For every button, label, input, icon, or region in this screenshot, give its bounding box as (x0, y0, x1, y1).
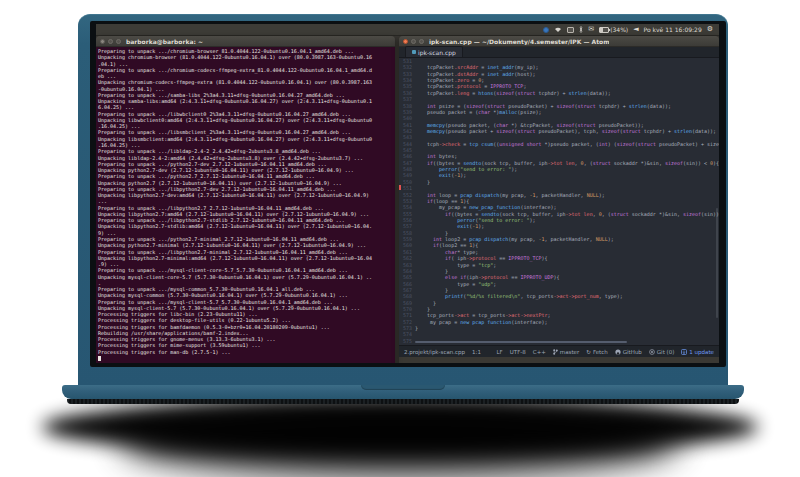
maximize-icon[interactable] (116, 39, 121, 44)
terminal-window: barborka@barborka: ~ Preparing to unpack… (96, 36, 395, 363)
status-fetch[interactable]: ↻ Fetch (586, 349, 608, 355)
top-panel: ✉ (34%) ◄ Po kvě 11 16:09:29 ⚙ (96, 24, 719, 36)
laptop-base-vents (67, 399, 739, 404)
terminal-titlebar[interactable]: barborka@barborka: ~ (96, 36, 395, 47)
terminal-title: barborka@barborka: ~ (126, 38, 203, 45)
cpp-file-icon (412, 50, 416, 54)
status-cursor-position[interactable]: 1:1 (472, 349, 481, 355)
atom-window: ipk-scan.cpp — ~/Dokumenty/4.semester/IP… (399, 36, 719, 363)
status-file-path: 2.projekt/ipk-scan.cpp (404, 349, 465, 355)
close-icon[interactable] (100, 39, 105, 44)
status-encoding[interactable]: UTF-8 (510, 349, 526, 355)
horizontal-scrollbar[interactable] (415, 341, 627, 343)
atom-status-bar: 2.projekt/ipk-scan.cpp 1:1 LF UTF-8 C++ … (399, 345, 719, 357)
mail-icon[interactable]: ✉ (588, 26, 594, 33)
minimize-icon[interactable] (411, 39, 416, 44)
session-gear-icon[interactable]: ⚙ (707, 26, 713, 33)
sync-icon: ↻ (586, 349, 591, 355)
wifi-icon[interactable] (554, 26, 562, 33)
terminal-cursor-line (98, 355, 393, 361)
terminal-line: Unpacking libpython2.7-minimal:amd64 (2.… (98, 255, 393, 261)
gutter-marker (399, 185, 401, 190)
terminal-line: Unpacking chromium-browser (81.0.4044.12… (98, 54, 393, 60)
code-editor[interactable]: 531532 tcpPacket.srcAddr = inet_addr(my_… (399, 58, 719, 345)
terminal-line: Unpacking libsmbclient:amd64 (2:4.3.11+d… (98, 136, 393, 142)
terminal-line: Unpacking mysql-client-core-5.7 (5.7.30-… (98, 274, 393, 280)
tab-label: ipk-scan.cpp (418, 49, 456, 56)
package-icon (681, 349, 687, 355)
github-icon (615, 349, 621, 355)
ubuntu-desktop: ✉ (34%) ◄ Po kvě 11 16:09:29 ⚙ barborka@… (96, 24, 719, 363)
line-number: 575 (399, 338, 415, 344)
status-github[interactable]: GitHub (615, 349, 642, 355)
bluetooth-icon[interactable] (579, 26, 583, 33)
close-icon[interactable] (403, 39, 408, 44)
clock[interactable]: Po kvě 11 16:09:29 (644, 27, 702, 33)
battery-icon[interactable]: (34%) (599, 27, 628, 33)
git-icon (649, 349, 655, 355)
keyboard-icon[interactable] (567, 27, 574, 33)
laptop-base-notch (361, 385, 445, 390)
terminal-cursor (98, 356, 101, 361)
status-line-ending[interactable]: LF (497, 349, 503, 355)
status-git[interactable]: Git (0) (649, 349, 675, 355)
maximize-icon[interactable] (419, 39, 424, 44)
status-grammar[interactable]: C++ (533, 349, 546, 355)
laptop-mockup: ✉ (34%) ◄ Po kvě 11 16:09:29 ⚙ barborka@… (0, 0, 800, 477)
tab-ipk-scan[interactable]: ipk-scan.cpp (405, 46, 463, 57)
vertical-scrollbar[interactable] (716, 208, 718, 318)
input-indicator-icon[interactable] (543, 27, 549, 33)
terminal-line: Preparing to unpack .../chromium-codecs-… (98, 67, 393, 73)
terminal-line: Unpacking chromium-codecs-ffmpeg-extra (… (98, 79, 393, 85)
atom-tab-bar: ipk-scan.cpp (399, 47, 719, 58)
terminal-line: Preparing to unpack .../libwbclient0_2%3… (98, 111, 393, 117)
terminal-line: Unpacking libpython2.7-dev:amd64 (2.7.12… (98, 192, 393, 198)
terminal-line: Unpacking python2.7-minimal (2.7.12-1ubu… (98, 242, 393, 248)
volume-icon[interactable]: ◄ (633, 26, 638, 33)
terminal-line: Unpacking samba-libs:amd64 (2:4.3.11+dfs… (98, 98, 393, 104)
battery-percent: (34%) (610, 27, 628, 33)
minimize-icon[interactable] (108, 39, 113, 44)
terminal-line: Unpacking libwbclient0:amd64 (2:4.3.11+d… (98, 117, 393, 123)
status-git-branch[interactable]: master (553, 349, 579, 355)
terminal-output[interactable]: Preparing to unpack .../chromium-browser… (96, 47, 395, 363)
status-update[interactable]: 1 update (681, 349, 714, 355)
laptop-shadow (42, 398, 758, 456)
atom-title: ipk-scan.cpp — ~/Dokumenty/4.semester/IP… (429, 38, 609, 45)
terminal-line: Unpacking libldap-2.4-2:amd64 (2.4.42+df… (98, 155, 393, 161)
terminal-line: Unpacking libpython2.7-stdlib:amd64 (2.7… (98, 223, 393, 229)
terminal-line: Preparing to unpack .../libsmbclient_2%3… (98, 129, 393, 135)
branch-icon (553, 349, 558, 355)
